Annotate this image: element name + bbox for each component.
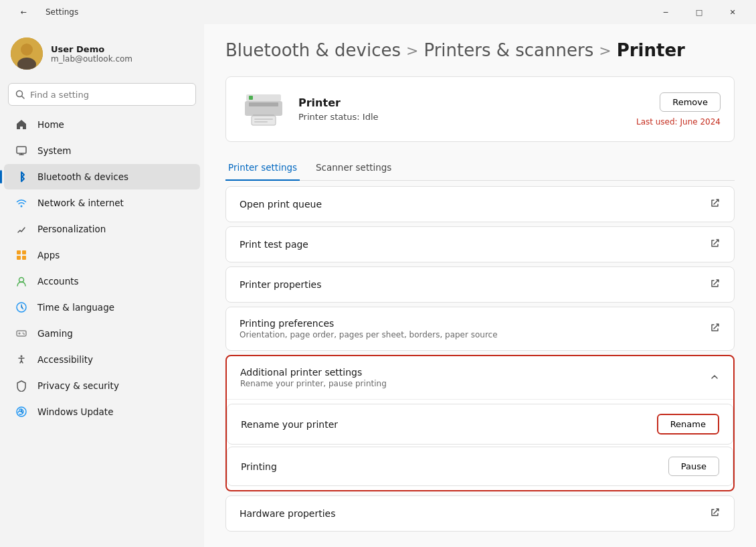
network-icon <box>15 196 28 210</box>
additional-settings-text: Additional printer settings Rename your … <box>240 367 387 388</box>
breadcrumb-part1[interactable]: Bluetooth & devices <box>225 40 401 60</box>
svg-rect-5 <box>17 147 26 153</box>
search-input[interactable] <box>30 90 189 100</box>
printer-actions: Remove Last used: June 2024 <box>636 92 721 127</box>
avatar <box>11 37 43 70</box>
tabs: Printer settings Scanner settings <box>225 155 735 181</box>
sidebar-item-time[interactable]: Time & language <box>4 295 200 320</box>
additional-settings-desc: Rename your printer, pause printing <box>240 379 387 388</box>
setting-row-hardware-properties[interactable]: Hardware properties <box>225 495 735 532</box>
svg-rect-23 <box>249 96 253 100</box>
setting-label: Printer properties <box>240 279 321 290</box>
sidebar-item-gaming[interactable]: Gaming <box>4 321 200 346</box>
nav-list: Home System Bluetooth & devices <box>0 111 204 425</box>
svg-rect-10 <box>22 250 26 254</box>
svg-point-19 <box>23 333 25 335</box>
home-icon <box>15 118 28 131</box>
accessibility-icon <box>15 353 28 366</box>
svg-rect-29 <box>254 121 268 123</box>
svg-point-1 <box>21 44 33 56</box>
sidebar-label-system: System <box>37 145 71 156</box>
search-container <box>0 80 204 111</box>
svg-point-8 <box>21 206 23 208</box>
time-icon <box>15 301 28 314</box>
sidebar-item-bluetooth[interactable]: Bluetooth & devices <box>4 164 200 189</box>
printer-text-info: Printer Printer status: Idle <box>298 96 379 122</box>
breadcrumb: Bluetooth & devices > Printers & scanner… <box>225 40 735 60</box>
external-link-icon <box>710 198 721 211</box>
sidebar-label-privacy: Privacy & security <box>37 380 119 391</box>
last-used: Last used: June 2024 <box>636 117 721 127</box>
apps-icon <box>15 248 28 262</box>
hardware-label: Hardware properties <box>240 508 336 519</box>
svg-rect-9 <box>17 250 21 254</box>
gaming-icon <box>15 327 28 340</box>
titlebar: ← Settings ─ □ ✕ <box>0 0 756 24</box>
sidebar-label-bluetooth: Bluetooth & devices <box>37 171 128 182</box>
setting-label: Open print queue <box>240 199 322 210</box>
external-link-icon <box>710 507 721 520</box>
user-profile[interactable]: User Demo m_lab@outlook.com <box>0 29 204 80</box>
search-box[interactable] <box>8 83 196 106</box>
privacy-icon <box>15 379 28 392</box>
sidebar-item-home[interactable]: Home <box>4 112 200 137</box>
setting-label: Printing preferences <box>240 318 498 329</box>
back-button[interactable]: ← <box>8 1 39 23</box>
bluetooth-icon <box>15 170 28 183</box>
printer-status: Printer status: Idle <box>298 112 379 122</box>
printing-label: Printing <box>241 461 277 472</box>
search-icon <box>15 90 25 99</box>
sidebar-label-time: Time & language <box>37 302 114 313</box>
additional-settings-label: Additional printer settings <box>240 367 387 378</box>
sidebar-label-accounts: Accounts <box>37 276 79 287</box>
additional-settings-header[interactable]: Additional printer settings Rename your … <box>227 356 733 399</box>
sidebar-label-accessibility: Accessibility <box>37 354 93 365</box>
sidebar-item-personalization[interactable]: Personalization <box>4 216 200 242</box>
additional-printer-settings: Additional printer settings Rename your … <box>225 355 735 491</box>
setting-label: Print test page <box>240 239 308 250</box>
sidebar-item-accounts[interactable]: Accounts <box>4 268 200 294</box>
svg-rect-12 <box>22 256 26 260</box>
sidebar-item-privacy[interactable]: Privacy & security <box>4 373 200 398</box>
sidebar-label-personalization: Personalization <box>37 224 106 234</box>
setting-row-print-test-page[interactable]: Print test page <box>225 226 735 262</box>
rename-button[interactable]: Rename <box>657 414 719 435</box>
sidebar-item-system[interactable]: System <box>4 138 200 163</box>
remove-button[interactable]: Remove <box>660 92 721 112</box>
svg-rect-25 <box>249 102 278 106</box>
tab-printer-settings[interactable]: Printer settings <box>225 155 300 181</box>
app-title: Settings <box>45 7 78 17</box>
user-email: m_lab@outlook.com <box>51 54 132 64</box>
printer-icon <box>240 89 288 129</box>
breadcrumb-part2[interactable]: Printers & scanners <box>423 40 593 60</box>
setting-row-printer-properties[interactable]: Printer properties <box>225 266 735 303</box>
sidebar-item-apps[interactable]: Apps <box>4 242 200 268</box>
accounts-icon <box>15 275 28 288</box>
sub-rows: Rename your printer Rename Printing Paus… <box>227 399 733 486</box>
minimize-button[interactable]: ─ <box>650 1 681 23</box>
main-content: Bluetooth & devices > Printers & scanner… <box>204 24 756 547</box>
close-button[interactable]: ✕ <box>717 1 748 23</box>
svg-rect-28 <box>254 119 273 120</box>
sidebar-item-accessibility[interactable]: Accessibility <box>4 347 200 372</box>
setting-row-printing-preferences[interactable]: Printing preferences Orientation, page o… <box>225 307 735 351</box>
svg-rect-11 <box>17 256 21 260</box>
svg-line-4 <box>22 96 25 99</box>
sidebar-item-update[interactable]: Windows Update <box>4 399 200 424</box>
sub-row-printing: Printing Pause <box>227 447 733 486</box>
setting-row-open-print-queue[interactable]: Open print queue <box>225 186 735 222</box>
tab-scanner-settings[interactable]: Scanner settings <box>313 155 394 181</box>
printer-name: Printer <box>298 96 379 109</box>
setting-desc: Orientation, page order, pages per sheet… <box>240 330 498 339</box>
svg-point-18 <box>23 333 24 334</box>
sidebar: User Demo m_lab@outlook.com Home <box>0 24 204 547</box>
settings-list: Open print queue Print test page Printer… <box>225 186 735 532</box>
maximize-button[interactable]: □ <box>684 1 715 23</box>
svg-rect-15 <box>17 331 26 336</box>
external-link-icon <box>710 238 721 251</box>
personalization-icon <box>15 222 28 236</box>
pause-button[interactable]: Pause <box>668 457 719 476</box>
external-link-icon <box>710 322 721 335</box>
sidebar-item-network[interactable]: Network & internet <box>4 190 200 216</box>
sidebar-label-update: Windows Update <box>37 406 113 417</box>
